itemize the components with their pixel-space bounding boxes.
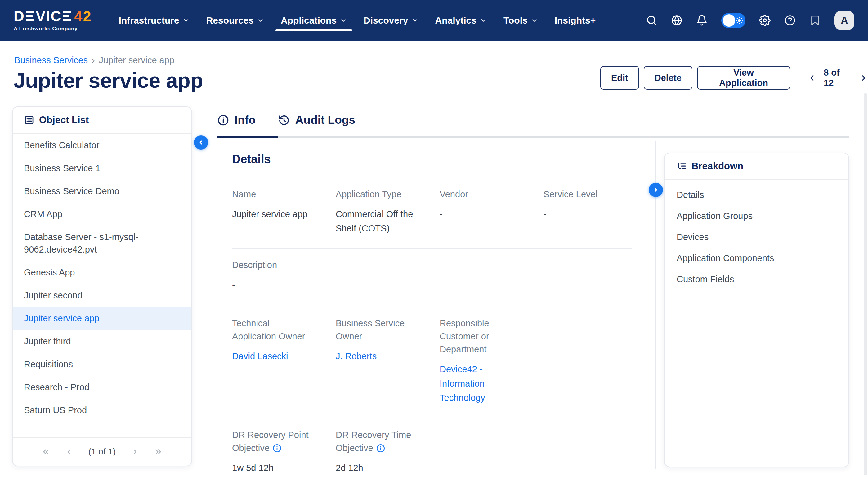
owner-link[interactable]: J. Roberts xyxy=(336,349,440,363)
field-label: Service Level xyxy=(544,188,632,201)
nav-tools[interactable]: Tools xyxy=(495,0,546,41)
field-dr-recovery-time-objective: DR Recovery Time Objective 2d 12h xyxy=(336,428,440,475)
object-list: Benefits Calculator Business Service 1 B… xyxy=(13,134,191,422)
chevron-next-icon[interactable] xyxy=(131,448,139,456)
history-icon xyxy=(278,114,290,126)
detail-tabs: Info Audit Logs xyxy=(217,114,355,126)
field-dr-recovery-point-objective: DR Recovery Point Objective 1w 5d 12h xyxy=(232,428,336,475)
page-scrollbar[interactable] xyxy=(864,93,867,475)
expand-breakdown-button[interactable] xyxy=(649,183,663,197)
collapse-sidebar-button[interactable] xyxy=(194,135,208,150)
list-item-selected[interactable]: Jupiter service app xyxy=(13,307,191,330)
chevron-left-icon[interactable] xyxy=(808,74,816,82)
view-application-button[interactable]: View Application xyxy=(697,66,790,90)
breakdown-item-application-components[interactable]: Application Components xyxy=(665,247,848,269)
list-item[interactable]: Database Server - s1-mysql-9062.device42… xyxy=(13,226,191,261)
chevron-down-icon xyxy=(257,17,264,24)
bell-icon[interactable] xyxy=(696,14,708,26)
details-row-1: Name Jupiter service app Application Typ… xyxy=(232,180,632,249)
toggle-knob xyxy=(723,14,735,27)
department-link[interactable]: Device42 - Information Technology xyxy=(440,362,495,405)
list-item[interactable]: Benefits Calculator xyxy=(13,134,191,157)
nav-discovery[interactable]: Discovery xyxy=(355,0,427,41)
field-vendor: Vendor - xyxy=(440,188,544,236)
help-icon[interactable] xyxy=(784,14,796,26)
nav-analytics[interactable]: Analytics xyxy=(427,0,495,41)
object-list-icon xyxy=(24,115,34,125)
search-icon[interactable] xyxy=(646,14,657,26)
sidebar-divider xyxy=(201,107,202,468)
list-item[interactable]: Requisitions xyxy=(13,353,191,376)
list-item[interactable]: Genesis App xyxy=(13,261,191,284)
top-navigation-bar: D VIC 4 2 A Freshworks Company Infrastru… xyxy=(0,0,868,41)
device42-logo[interactable]: D VIC 4 2 A Freshworks Company xyxy=(14,9,92,32)
breakdown-header: Breakdown xyxy=(665,153,848,180)
chevron-down-icon xyxy=(183,17,190,24)
field-label: DR Recovery Time Objective xyxy=(336,428,413,454)
active-tab-underline xyxy=(217,136,278,138)
breakdown-item-custom-fields[interactable]: Custom Fields xyxy=(665,269,848,290)
field-label: Business Service Owner xyxy=(336,317,410,343)
breakdown-tree-icon xyxy=(677,161,687,172)
avatar[interactable]: A xyxy=(835,10,854,30)
details-heading: Details xyxy=(232,153,632,166)
chevrons-last-icon[interactable] xyxy=(154,448,162,456)
chevron-prev-icon[interactable] xyxy=(65,448,73,456)
field-service-level: Service Level - xyxy=(544,188,632,236)
field-value: Jupiter service app xyxy=(232,207,336,221)
breakdown-item-application-groups[interactable]: Application Groups xyxy=(665,205,848,227)
object-list-panel: Object List Benefits Calculator Business… xyxy=(12,107,192,466)
field-description: Description - xyxy=(232,259,336,292)
list-item[interactable]: CRM App xyxy=(13,203,191,226)
bookmark-icon[interactable] xyxy=(809,14,821,26)
chevron-down-icon xyxy=(412,17,418,24)
field-business-service-owner: Business Service Owner J. Roberts xyxy=(336,317,440,405)
field-value: 2d 12h xyxy=(336,461,440,475)
tab-info[interactable]: Info xyxy=(217,114,256,126)
globe-icon[interactable] xyxy=(671,14,682,26)
chevrons-first-icon[interactable] xyxy=(42,448,50,456)
gear-icon[interactable] xyxy=(759,14,771,26)
logo-number-2: 2 xyxy=(83,9,92,23)
edit-button[interactable]: Edit xyxy=(600,66,639,90)
field-label: Technical Application Owner xyxy=(232,317,310,343)
chevron-right-icon[interactable] xyxy=(860,74,868,82)
info-icon[interactable] xyxy=(272,444,282,453)
tab-audit-logs[interactable]: Audit Logs xyxy=(278,114,355,126)
list-item[interactable]: Saturn US Prod xyxy=(13,399,191,422)
tab-underline-track xyxy=(278,136,849,138)
breadcrumb-business-services[interactable]: Business Services xyxy=(14,55,88,65)
breadcrumb: Business Services › Jupiter service app xyxy=(14,55,174,65)
field-value: Commercial Off the Shelf (COTS) xyxy=(336,207,423,236)
field-name: Name Jupiter service app xyxy=(232,188,336,236)
delete-button[interactable]: Delete xyxy=(644,66,692,90)
field-responsible-customer: Responsible Customer or Department Devic… xyxy=(440,317,544,405)
nav-resources[interactable]: Resources xyxy=(198,0,272,41)
field-label: Description xyxy=(232,259,336,271)
owner-link[interactable]: David Lasecki xyxy=(232,349,336,363)
list-item[interactable]: Research - Prod xyxy=(13,376,191,399)
chevron-left-icon xyxy=(197,139,205,146)
record-pager-label: 8 of 12 xyxy=(824,68,852,88)
list-item[interactable]: Business Service 1 xyxy=(13,157,191,180)
details-row-3: Technical Application Owner David Laseck… xyxy=(232,307,632,419)
nav-applications[interactable]: Applications xyxy=(272,0,355,41)
info-icon[interactable] xyxy=(376,444,385,453)
list-item[interactable]: Jupiter third xyxy=(13,330,191,353)
field-value: - xyxy=(440,207,544,221)
field-label: Application Type xyxy=(336,188,440,201)
info-panel: Details Name Jupiter service app Applica… xyxy=(232,153,632,479)
breakdown-item-details[interactable]: Details xyxy=(665,184,848,205)
chevron-down-icon xyxy=(531,17,538,24)
list-item[interactable]: Business Service Demo xyxy=(13,180,191,203)
theme-toggle[interactable] xyxy=(721,13,745,28)
list-item[interactable]: Jupiter second xyxy=(13,284,191,307)
field-label: DR Recovery Point Objective xyxy=(232,428,310,454)
nav-insights-plus[interactable]: Insights+ xyxy=(546,0,604,41)
breakdown-item-devices[interactable]: Devices xyxy=(665,227,848,247)
device42-app-detail-screen: D VIC 4 2 A Freshworks Company Infrastru… xyxy=(0,0,868,479)
details-row-4: DR Recovery Point Objective 1w 5d 12h DR… xyxy=(232,419,632,479)
breakdown-panel: Breakdown Details Application Groups Dev… xyxy=(664,153,849,467)
nav-infrastructure[interactable]: Infrastructure xyxy=(111,0,198,41)
record-pager: 8 of 12 xyxy=(808,68,868,88)
